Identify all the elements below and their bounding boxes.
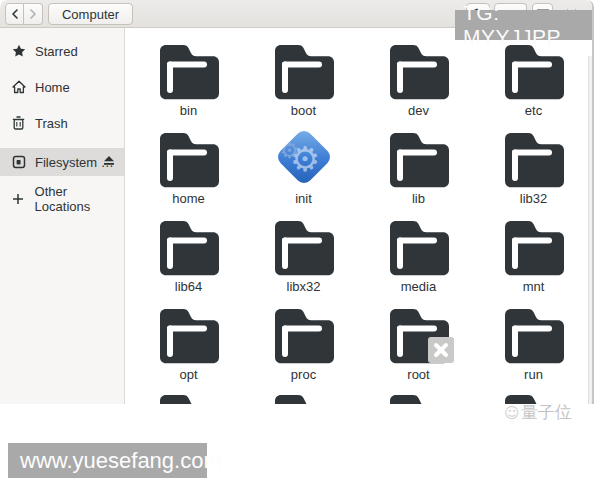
file-view: binbootdevetchome⚙⚙initliblib32lib64libx… bbox=[126, 28, 593, 404]
file-label: lib32 bbox=[476, 191, 591, 206]
file-label: lib bbox=[361, 191, 476, 206]
file-item-lib32[interactable]: lib32 bbox=[476, 130, 591, 218]
folder-icon bbox=[157, 130, 221, 188]
no-access-emblem-icon bbox=[428, 337, 454, 363]
folder-icon bbox=[387, 42, 451, 100]
forward-button[interactable] bbox=[24, 3, 43, 25]
eject-icon[interactable] bbox=[103, 155, 115, 166]
folder-icon bbox=[272, 306, 336, 364]
trash-icon bbox=[11, 116, 26, 131]
file-item-partial-0[interactable] bbox=[131, 392, 246, 404]
sidebar-item-label: Other Locations bbox=[35, 184, 124, 214]
folder-icon bbox=[272, 392, 336, 404]
sidebar-item-label: Home bbox=[35, 80, 70, 95]
file-label: opt bbox=[131, 367, 246, 382]
init-executable-icon: ⚙⚙ bbox=[272, 130, 336, 188]
file-item-boot[interactable]: boot bbox=[246, 42, 361, 130]
folder-icon bbox=[272, 42, 336, 100]
file-item-opt[interactable]: opt bbox=[131, 306, 246, 394]
file-label: libx32 bbox=[246, 279, 361, 294]
scrollbar[interactable] bbox=[588, 56, 593, 404]
file-label: media bbox=[361, 279, 476, 294]
folder-icon bbox=[502, 218, 566, 276]
home-icon bbox=[11, 80, 26, 95]
file-item-home[interactable]: home bbox=[131, 130, 246, 218]
folder-icon bbox=[157, 306, 221, 364]
file-item-init[interactable]: ⚙⚙init bbox=[246, 130, 361, 218]
file-item-run[interactable]: run bbox=[476, 306, 591, 394]
file-label: proc bbox=[246, 367, 361, 382]
chevron-right-icon bbox=[28, 8, 38, 20]
screenshot: TG: MYYJJPP www.yuesefang.com ☺ 量子位 Comp… bbox=[0, 0, 600, 480]
computer-icon bbox=[11, 155, 26, 170]
sidebar-item-home[interactable]: Home bbox=[0, 74, 124, 100]
file-label: dev bbox=[361, 103, 476, 118]
file-item-media[interactable]: media bbox=[361, 218, 476, 306]
folder-icon bbox=[157, 392, 221, 404]
qbit-mascot-icon: ☺ bbox=[504, 404, 520, 422]
tg-watermark-badge: TG: MYYJJPP bbox=[455, 10, 592, 40]
file-item-root[interactable]: root bbox=[361, 306, 476, 394]
folder-icon bbox=[387, 130, 451, 188]
file-item-lib[interactable]: lib bbox=[361, 130, 476, 218]
file-label: bin bbox=[131, 103, 246, 118]
folder-icon bbox=[272, 218, 336, 276]
qbit-watermark: ☺ 量子位 bbox=[504, 401, 572, 424]
sidebar-item-trash[interactable]: Trash bbox=[0, 110, 124, 136]
file-label: init bbox=[246, 191, 361, 206]
sidebar-item-starred[interactable]: Starred bbox=[0, 38, 124, 64]
chevron-left-icon bbox=[10, 8, 20, 20]
file-item-partial-2[interactable] bbox=[361, 392, 476, 404]
plus-icon bbox=[11, 192, 26, 207]
sidebar-item-label: Filesystem … bbox=[35, 155, 114, 170]
file-item-partial-1[interactable] bbox=[246, 392, 361, 404]
file-label: home bbox=[131, 191, 246, 206]
folder-icon bbox=[387, 306, 451, 364]
folder-icon bbox=[502, 130, 566, 188]
folder-icon bbox=[157, 42, 221, 100]
folder-icon bbox=[502, 306, 566, 364]
file-item-dev[interactable]: dev bbox=[361, 42, 476, 130]
file-label: boot bbox=[246, 103, 361, 118]
folder-icon bbox=[387, 218, 451, 276]
file-item-proc[interactable]: proc bbox=[246, 306, 361, 394]
sidebar-item-other-locations[interactable]: Other Locations bbox=[0, 186, 124, 212]
file-manager-window: Computer bbox=[0, 0, 594, 404]
file-label: root bbox=[361, 367, 476, 382]
sidebar-item-filesystem[interactable]: Filesystem … bbox=[0, 148, 124, 176]
sidebar-item-label: Trash bbox=[35, 116, 68, 131]
qbit-watermark-text: 量子位 bbox=[521, 401, 572, 424]
folder-icon bbox=[502, 42, 566, 100]
pathbar-computer-button[interactable]: Computer bbox=[48, 3, 133, 25]
file-item-lib64[interactable]: lib64 bbox=[131, 218, 246, 306]
pathbar-label: Computer bbox=[62, 7, 119, 22]
folder-icon bbox=[157, 218, 221, 276]
sidebar-item-label: Starred bbox=[35, 44, 78, 59]
star-icon bbox=[11, 44, 26, 59]
sidebar: StarredHomeTrashFilesystem …Other Locati… bbox=[0, 28, 125, 404]
back-button[interactable] bbox=[5, 3, 24, 25]
file-label: run bbox=[476, 367, 591, 382]
file-item-mnt[interactable]: mnt bbox=[476, 218, 591, 306]
file-label: mnt bbox=[476, 279, 591, 294]
file-item-libx32[interactable]: libx32 bbox=[246, 218, 361, 306]
file-label: etc bbox=[476, 103, 591, 118]
folder-icon bbox=[387, 392, 451, 404]
site-watermark: www.yuesefang.com bbox=[8, 443, 207, 478]
file-item-bin[interactable]: bin bbox=[131, 42, 246, 130]
file-item-etc[interactable]: etc bbox=[476, 42, 591, 130]
file-label: lib64 bbox=[131, 279, 246, 294]
